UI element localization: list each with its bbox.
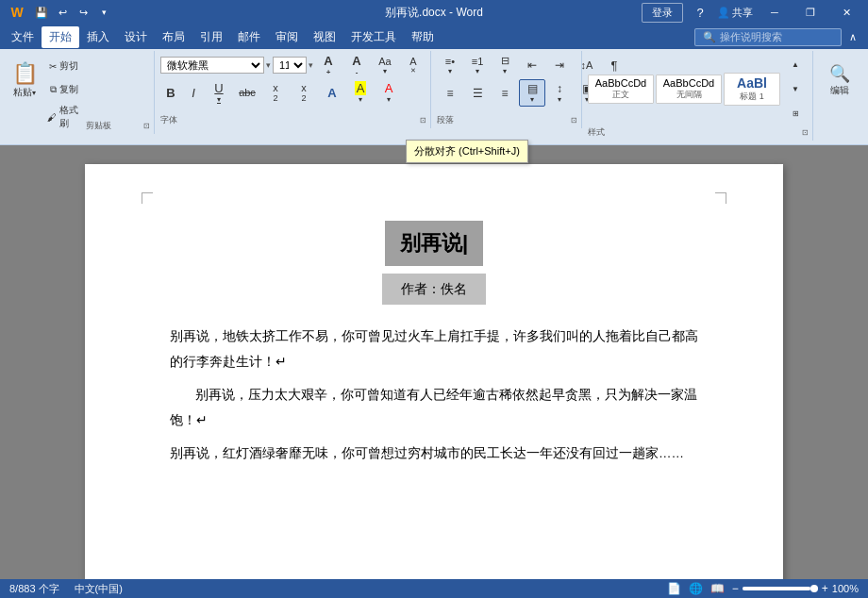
search-bar[interactable]: 🔍 (694, 28, 842, 46)
styles-more[interactable]: ⊞ (782, 102, 809, 125)
align-center-button[interactable]: ☰ (464, 82, 491, 105)
menu-help[interactable]: 帮助 (404, 26, 442, 48)
menu-layout[interactable]: 布局 (155, 26, 192, 48)
menu-view[interactable]: 视图 (306, 26, 343, 48)
close-button[interactable]: ✕ (832, 3, 860, 22)
align-left-button[interactable]: ≡ (437, 82, 463, 105)
title-bar-title: 别再说.docx - Word (385, 5, 483, 21)
clear-format-button[interactable]: A✕ (400, 54, 426, 76)
styles-group: AaBbCcDd 正文 AaBbCcDd 无间隔 AaBl 标题 1 ▲ ▼ ⊞… (584, 51, 813, 141)
paragraph-2: 别再说，压力太大艰辛，你可曾知道有人已经年逾古稀依然起早贪黑，只为解决一家温饱！… (170, 382, 698, 433)
italic-button[interactable]: I (183, 81, 204, 104)
style-heading1[interactable]: AaBl 标题 1 (724, 73, 780, 106)
format-painter-button[interactable]: 🖌 格式刷 (43, 102, 84, 132)
paragraph-row2: ≡ ☰ ≡ ▤▾ ↕▾ ▣▾ ⊞▾ (437, 79, 577, 107)
help-icon[interactable]: ? (691, 3, 709, 22)
menu-bar: 文件 开始 插入 设计 布局 引用 邮件 审阅 视图 开发工具 帮助 🔍 ∧ (0, 25, 868, 49)
superscript-button[interactable]: x2 (291, 80, 317, 105)
font-name-dropdown-icon: ▾ (266, 60, 271, 70)
line-spacing-button[interactable]: ↕▾ (546, 80, 573, 106)
language-status[interactable]: 中文(中国) (75, 582, 123, 596)
menu-file[interactable]: 文件 (4, 26, 42, 48)
paragraph-expand-icon[interactable]: ⊡ (571, 116, 577, 125)
undo-icon[interactable]: ↩ (53, 3, 72, 22)
zoom-handle (810, 585, 818, 592)
shrink-font-button[interactable]: A- (343, 53, 370, 77)
title-bar-right: 登录 ? 👤 共享 ─ ❐ ✕ (642, 3, 860, 23)
decrease-indent-button[interactable]: ⇤ (519, 54, 545, 76)
status-bar: 8/883 个字 中文(中国) 📄 🌐 📖 − + 100% (0, 579, 868, 598)
increase-indent-button[interactable]: ⇥ (546, 54, 573, 76)
font-expand-icon[interactable]: ⊡ (420, 116, 426, 125)
style-normal[interactable]: AaBbCcDd 正文 (588, 75, 654, 104)
menu-mail[interactable]: 邮件 (230, 26, 268, 48)
strikethrough-button[interactable]: abc (234, 81, 260, 104)
paste-button[interactable]: 📋 粘贴▾ (8, 53, 42, 106)
align-right-button[interactable]: ≡ (492, 82, 518, 105)
document-title-text: 别再说 (400, 231, 462, 255)
paragraph-3-text: 别再说，红灯酒绿奢靡无味，你可曾想过穷村城市的民工长达一年还没有回过一趟家…… (170, 446, 684, 460)
word-count[interactable]: 8/883 个字 (9, 582, 59, 596)
font-color-button[interactable]: A▾ (376, 79, 402, 106)
font-format-row: B I U▾ abc x2 x2 A A▾ A▾ (160, 79, 426, 106)
styles-expand-icon[interactable]: ⊡ (802, 128, 809, 137)
style-no-spacing[interactable]: AaBbCcDd 无间隔 (656, 75, 722, 104)
save-icon[interactable]: 💾 (32, 3, 51, 22)
menu-design[interactable]: 设计 (117, 26, 155, 48)
underline-button[interactable]: U▾ (206, 79, 232, 106)
restore-button[interactable]: ❐ (796, 3, 825, 22)
zoom-percent[interactable]: 100% (832, 583, 859, 594)
justify-button[interactable]: ▤▾ (519, 79, 545, 107)
change-case-button[interactable]: Aa▾ (372, 54, 398, 76)
document-content[interactable]: 别再说，地铁太挤工作不易，你可曾见过火车上肩扛手提，许多我们叫的人拖着比自己都高… (170, 324, 698, 466)
menu-review[interactable]: 审阅 (268, 26, 306, 48)
subscript-button[interactable]: x2 (262, 80, 289, 105)
editing-group: 🔍 编辑 (815, 51, 864, 128)
share-icon: 👤 (717, 7, 730, 19)
author-text: 作者：佚名 (382, 274, 486, 305)
redo-icon[interactable]: ↪ (74, 3, 92, 22)
menu-references[interactable]: 引用 (192, 26, 230, 48)
font-group-label: 字体 ⊡ (160, 114, 426, 126)
zoom-bar[interactable] (743, 587, 818, 590)
menu-insert[interactable]: 插入 (79, 26, 117, 48)
view-read-icon[interactable]: 📖 (710, 582, 725, 595)
share-button[interactable]: 👤 共享 (717, 6, 753, 20)
font-size-select[interactable]: 11 (273, 57, 307, 74)
copy-button[interactable]: ⧉ 复制 (43, 78, 84, 101)
menu-home[interactable]: 开始 (42, 26, 79, 48)
document-area[interactable]: 别再说 作者：佚名 别再说，地铁太挤工作不易，你可曾见过火车上肩扛手提，许多我们… (0, 145, 868, 585)
clipboard-group-label: 剪贴板 ⊡ (86, 118, 150, 132)
clipboard-expand-icon[interactable]: ⊡ (143, 122, 150, 130)
styles-scroll-down[interactable]: ▼ (782, 77, 809, 100)
view-print-icon[interactable]: 📄 (667, 582, 681, 595)
cut-icon: ✂ (49, 61, 57, 72)
font-name-select[interactable]: 微软雅黑 (160, 57, 264, 74)
cut-button[interactable]: ✂ 剪切 (43, 55, 84, 77)
more-icon[interactable]: ▾ (94, 3, 113, 22)
multilevel-button[interactable]: ⊟▾ (492, 53, 518, 77)
collapse-ribbon-icon[interactable]: ∧ (842, 31, 864, 43)
view-web-icon[interactable]: 🌐 (689, 582, 703, 595)
zoom-in-icon[interactable]: + (822, 582, 828, 595)
bullets-button[interactable]: ≡•▾ (437, 54, 463, 77)
title-bar: W 💾 ↩ ↪ ▾ 别再说.docx - Word 登录 ? 👤 共享 ─ ❐ … (0, 0, 868, 25)
text-effect-button[interactable]: A (319, 81, 345, 104)
word-logo-icon: W (8, 3, 26, 22)
numbering-button[interactable]: ≡1▾ (464, 54, 491, 77)
minimize-button[interactable]: ─ (760, 3, 789, 22)
search-input[interactable] (720, 31, 833, 42)
document-title-text: 别再说.docx - Word (385, 6, 483, 19)
menu-developer[interactable]: 开发工具 (343, 26, 404, 48)
status-left: 8/883 个字 中文(中国) (9, 582, 123, 596)
highlight-button[interactable]: A▾ (347, 79, 374, 106)
status-right: 📄 🌐 📖 − + 100% (667, 582, 859, 595)
bold-button[interactable]: B (160, 81, 181, 104)
login-button[interactable]: 登录 (642, 3, 683, 23)
grow-font-button[interactable]: A+ (315, 53, 342, 77)
zoom-out-icon[interactable]: − (732, 582, 739, 595)
format-painter-icon: 🖌 (47, 112, 57, 123)
find-button[interactable]: 🔍 编辑 (823, 53, 857, 106)
editing-label: 编辑 (830, 84, 849, 97)
styles-scroll-up[interactable]: ▲ (782, 53, 809, 75)
